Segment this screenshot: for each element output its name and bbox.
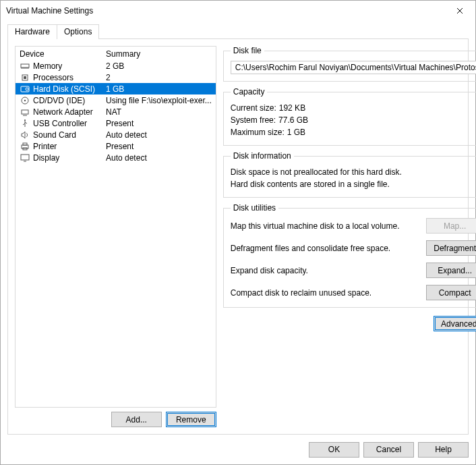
- device-column: Device Summary Memory2 GBProcessors2Hard…: [15, 46, 216, 427]
- current-size-label: Current size:: [231, 102, 276, 114]
- device-summary: Auto detect: [106, 130, 212, 140]
- ok-button[interactable]: OK: [309, 442, 359, 458]
- disk-utilities-group: Disk utilities Map this virtual machine …: [223, 203, 476, 308]
- capacity-legend: Capacity: [231, 87, 268, 97]
- device-summary: 1 GB: [106, 84, 212, 94]
- disk-info-line1: Disk space is not preallocated for this …: [231, 166, 476, 178]
- device-row[interactable]: PrinterPresent: [16, 140, 216, 152]
- svg-rect-10: [23, 143, 27, 145]
- window-title: Virtual Machine Settings: [6, 6, 444, 16]
- device-name: Memory: [33, 61, 106, 71]
- svg-rect-3: [21, 86, 29, 92]
- device-row[interactable]: USB ControllerPresent: [16, 117, 216, 129]
- disk-file-group: Disk file C:\Users\Rochim Farul Noviyan\…: [223, 46, 476, 82]
- device-buttons: Add... Remove: [15, 408, 216, 427]
- device-name: Processors: [33, 73, 106, 82]
- svg-rect-2: [24, 76, 26, 79]
- help-button[interactable]: Help: [418, 442, 469, 458]
- disk-info-group: Disk information Disk space is not preal…: [223, 151, 476, 198]
- current-size-value: 192 KB: [279, 102, 305, 114]
- device-name: Hard Disk (SCSI): [33, 84, 106, 94]
- cancel-button[interactable]: Cancel: [363, 442, 414, 458]
- device-row[interactable]: Network AdapterNAT: [16, 106, 216, 117]
- detail-column: Disk file C:\Users\Rochim Farul Noviyan\…: [223, 46, 476, 427]
- map-label: Map this virtual machine disk to a local…: [231, 221, 426, 231]
- display-icon: [20, 153, 30, 163]
- device-name: Network Adapter: [33, 107, 106, 117]
- device-summary: Present: [106, 142, 212, 151]
- device-row[interactable]: Hard Disk (SCSI)1 GB: [16, 83, 216, 94]
- tab-strip: Hardware Options: [7, 24, 469, 39]
- dialog-footer: OK Cancel Help: [1, 435, 475, 464]
- defragment-button[interactable]: Defragment: [426, 240, 476, 256]
- memory-icon: [20, 61, 30, 71]
- device-summary: Auto detect: [106, 153, 212, 163]
- col-device: Device: [20, 49, 106, 59]
- device-name: Sound Card: [33, 130, 106, 140]
- system-free-label: System free:: [231, 114, 276, 126]
- maximum-size-value: 1 GB: [287, 126, 305, 138]
- map-button[interactable]: Map...: [426, 218, 476, 234]
- remove-button[interactable]: Remove: [166, 412, 216, 427]
- close-icon: [456, 7, 463, 14]
- advanced-button[interactable]: Advanced...: [434, 316, 476, 331]
- svg-point-4: [26, 88, 28, 90]
- add-button[interactable]: Add...: [111, 412, 162, 427]
- device-row[interactable]: CD/DVD (IDE)Using file F:\iso\exploit-ex…: [16, 94, 216, 106]
- disk-icon: [20, 84, 30, 94]
- sound-icon: [20, 130, 30, 140]
- advanced-row: Advanced...: [223, 313, 476, 331]
- device-list-header: Device Summary: [16, 47, 216, 60]
- settings-window: Virtual Machine Settings Hardware Option…: [0, 0, 476, 465]
- tab-panel-hardware: Device Summary Memory2 GBProcessors2Hard…: [7, 38, 469, 435]
- svg-rect-0: [21, 64, 29, 67]
- compact-label: Compact disk to reclaim unused space.: [231, 288, 426, 298]
- printer-icon: [20, 142, 30, 151]
- col-summary: Summary: [106, 49, 212, 59]
- device-summary: Using file F:\iso\exploit-exer...: [106, 96, 212, 105]
- expand-label: Expand disk capacity.: [231, 266, 426, 275]
- disk-info-line2: Hard disk contents are stored in a singl…: [231, 178, 476, 190]
- svg-point-6: [24, 99, 26, 101]
- device-row[interactable]: Memory2 GB: [16, 60, 216, 72]
- device-summary: Present: [106, 119, 212, 128]
- defrag-label: Defragment files and consolidate free sp…: [231, 244, 426, 253]
- tab-hardware[interactable]: Hardware: [7, 24, 57, 39]
- maximum-size-label: Maximum size:: [231, 126, 285, 138]
- compact-button[interactable]: Compact: [426, 285, 476, 300]
- cd-icon: [20, 96, 30, 105]
- svg-rect-7: [22, 110, 28, 114]
- device-row[interactable]: Processors2: [16, 72, 216, 83]
- disk-info-legend: Disk information: [231, 151, 294, 161]
- system-free-value: 77.6 GB: [278, 114, 308, 126]
- expand-button[interactable]: Expand...: [426, 263, 476, 278]
- device-summary: 2: [106, 73, 212, 82]
- device-summary: 2 GB: [106, 61, 212, 71]
- device-row[interactable]: Sound CardAuto detect: [16, 129, 216, 140]
- device-name: Display: [33, 153, 106, 163]
- svg-rect-12: [21, 155, 29, 160]
- device-summary: NAT: [106, 107, 212, 117]
- svg-point-8: [24, 119, 26, 121]
- device-name: USB Controller: [33, 119, 106, 128]
- disk-file-path[interactable]: C:\Users\Rochim Farul Noviyan\Documents\…: [231, 61, 476, 74]
- cpu-icon: [20, 73, 30, 82]
- titlebar: Virtual Machine Settings: [1, 1, 475, 21]
- usb-icon: [20, 119, 30, 128]
- device-list: Device Summary Memory2 GBProcessors2Hard…: [15, 46, 216, 408]
- disk-file-legend: Disk file: [231, 46, 264, 55]
- tab-options[interactable]: Options: [57, 24, 99, 39]
- capacity-group: Capacity Current size: 192 KB System fre…: [223, 87, 476, 146]
- network-icon: [20, 107, 30, 117]
- close-button[interactable]: [444, 1, 475, 21]
- content-area: Hardware Options Device Summary Memory2 …: [1, 21, 475, 435]
- device-name: Printer: [33, 142, 106, 151]
- device-row[interactable]: DisplayAuto detect: [16, 152, 216, 163]
- device-name: CD/DVD (IDE): [33, 96, 106, 105]
- disk-utilities-legend: Disk utilities: [231, 203, 278, 213]
